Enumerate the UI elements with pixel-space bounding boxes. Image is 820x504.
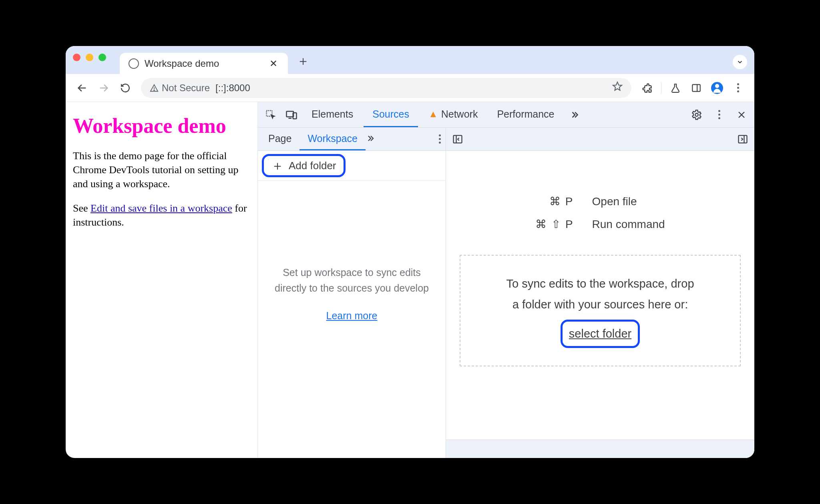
navigator-menu-button[interactable] [439, 134, 441, 144]
omnibox[interactable]: Not Secure [::]:8000 [141, 78, 631, 98]
add-folder-button[interactable]: ＋ Add folder [262, 154, 346, 177]
devtools-body: Page Workspace ＋ [258, 128, 754, 458]
para2-pre: See [73, 202, 90, 214]
labs-button[interactable] [666, 79, 685, 97]
content-area: Workspace demo This is the demo page for… [66, 102, 754, 458]
browser-window: Workspace demo ✕ ＋ Not Secure [::]:8000 [66, 46, 754, 458]
svg-rect-8 [287, 111, 294, 117]
navigator-more-tabs-button[interactable] [366, 134, 382, 145]
warning-icon: ▲ [428, 108, 438, 120]
titlebar: Workspace demo ✕ ＋ [66, 46, 754, 74]
back-button[interactable] [73, 79, 91, 97]
rendered-page: Workspace demo This is the demo page for… [66, 102, 258, 458]
forward-button[interactable] [94, 79, 113, 97]
page-paragraph-1: This is the demo page for the official C… [73, 149, 250, 191]
arrow-left-icon [76, 82, 88, 94]
gear-icon [691, 109, 702, 120]
warning-triangle-icon [150, 84, 159, 92]
sources-editor: ⌘ P Open file ⌘ ⇧ P Run command To sync … [446, 128, 754, 458]
security-label: Not Secure [162, 82, 210, 94]
chevrons-right-icon [366, 134, 375, 143]
editor-toolbar [446, 128, 754, 151]
chevrons-right-icon [569, 110, 580, 120]
address-bar: Not Secure [::]:8000 [66, 74, 754, 102]
svg-marker-4 [613, 82, 622, 90]
profile-button[interactable] [708, 79, 726, 97]
subtab-page-label: Page [268, 133, 291, 144]
chevron-down-icon [736, 58, 744, 66]
side-panel-button[interactable] [687, 79, 705, 97]
open-file-label: Open file [592, 195, 665, 208]
devices-icon [285, 109, 297, 121]
star-icon [612, 81, 623, 92]
flask-icon [670, 83, 681, 93]
panel-icon [691, 83, 701, 93]
svg-point-11 [695, 113, 698, 116]
workspace-dropzone[interactable]: To sync edits to the workspace, drop a f… [460, 255, 741, 366]
minimize-window-button[interactable] [86, 54, 93, 61]
panel-left-icon [452, 134, 463, 145]
collapse-navigator-button[interactable] [451, 132, 464, 146]
tabs-dropdown-button[interactable] [733, 55, 747, 69]
plus-icon: ＋ [271, 159, 284, 172]
maximize-window-button[interactable] [98, 54, 106, 61]
select-folder-button[interactable]: select folder [561, 320, 640, 348]
devtools-close-button[interactable] [732, 105, 751, 124]
reload-button[interactable] [116, 79, 135, 97]
subtab-workspace-label: Workspace [308, 133, 358, 144]
kebab-icon [737, 83, 739, 92]
new-tab-button[interactable]: ＋ [288, 52, 318, 74]
devtools-tabbar: Elements Sources ▲Network Performance [258, 102, 754, 128]
subtab-page[interactable]: Page [260, 128, 299, 150]
puzzle-icon [641, 82, 653, 94]
workspace-hint-text: Set up workspace to sync edits directly … [275, 267, 429, 294]
devtools: Elements Sources ▲Network Performance [258, 102, 754, 458]
subtab-workspace[interactable]: Workspace [299, 128, 366, 150]
separator [661, 82, 661, 94]
kebab-icon [718, 110, 720, 119]
run-command-label: Run command [592, 218, 665, 231]
extensions-button[interactable] [638, 79, 656, 97]
more-tabs-button[interactable] [565, 105, 584, 124]
sources-navigator: Page Workspace ＋ [258, 128, 446, 458]
arrow-right-icon [98, 82, 109, 94]
devtools-menu-button[interactable] [709, 105, 729, 124]
tab-network-label: Network [441, 108, 478, 120]
add-folder-row: ＋ Add folder [258, 151, 446, 181]
browser-tab[interactable]: Workspace demo ✕ [120, 53, 288, 74]
tab-elements[interactable]: Elements [303, 102, 362, 127]
inspect-icon [265, 109, 276, 120]
chrome-menu-button[interactable] [729, 79, 747, 97]
tab-performance-label: Performance [497, 108, 554, 120]
svg-point-3 [154, 90, 155, 90]
panel-right-icon [737, 134, 748, 145]
close-icon [737, 110, 746, 120]
run-command-shortcut: ⌘ ⇧ P [535, 218, 573, 231]
open-file-shortcut: ⌘ P [535, 195, 573, 208]
close-window-button[interactable] [73, 54, 80, 61]
editor-footer [446, 440, 754, 458]
globe-icon [129, 58, 139, 69]
keyboard-hints: ⌘ P Open file ⌘ ⇧ P Run command [535, 195, 665, 231]
tab-elements-label: Elements [312, 108, 353, 120]
tab-network[interactable]: ▲Network [420, 102, 486, 127]
close-tab-button[interactable]: ✕ [268, 56, 279, 71]
device-toolbar-button[interactable] [282, 105, 301, 124]
avatar-icon [711, 82, 723, 94]
tab-sources-label: Sources [372, 108, 409, 120]
learn-more-link[interactable]: Learn more [271, 308, 432, 324]
inspect-element-button[interactable] [261, 105, 280, 124]
collapse-debugger-button[interactable] [736, 132, 750, 146]
dropzone-line1: To sync edits to the workspace, drop [472, 273, 728, 294]
bookmark-button[interactable] [612, 81, 623, 94]
add-folder-label: Add folder [289, 160, 336, 172]
tab-sources[interactable]: Sources [364, 102, 418, 127]
svg-rect-5 [692, 84, 700, 91]
workspace-hint: Set up workspace to sync edits directly … [258, 265, 446, 323]
tab-performance[interactable]: Performance [488, 102, 563, 127]
window-controls [73, 46, 106, 74]
workspace-docs-link[interactable]: Edit and save files in a workspace [90, 202, 232, 214]
devtools-settings-button[interactable] [687, 105, 706, 124]
kebab-icon [439, 134, 441, 144]
tab-title: Workspace demo [145, 58, 262, 69]
